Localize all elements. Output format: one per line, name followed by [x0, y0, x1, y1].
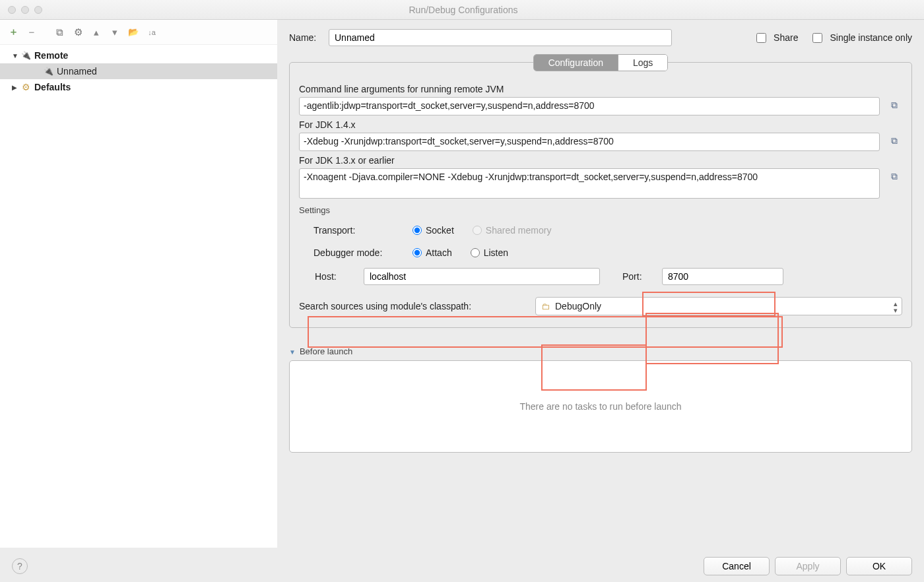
folder-button[interactable]: [127, 26, 140, 39]
remote-icon: [42, 67, 54, 76]
transport-shared-radio: Shared memory: [473, 225, 552, 236]
add-config-button[interactable]: [7, 26, 20, 39]
args-jdk14-label: For JDK 1.4.x: [299, 119, 902, 130]
ok-button[interactable]: OK: [846, 557, 912, 575]
gear-icon: [20, 82, 32, 92]
chevron-down-icon[interactable]: [289, 346, 296, 356]
remote-icon: [20, 51, 32, 60]
mode-listen-label: Listen: [484, 247, 508, 258]
window-controls[interactable]: [8, 6, 42, 14]
tree-node-label: Remote: [34, 50, 68, 61]
edit-config-button[interactable]: [71, 26, 84, 39]
host-field[interactable]: [364, 268, 600, 285]
tree-node-remote[interactable]: Remote: [0, 48, 277, 63]
args-jdk14-value[interactable]: -Xdebug -Xrunjdwp:transport=dt_socket,se…: [299, 133, 880, 151]
tab-logs[interactable]: Logs: [618, 55, 667, 71]
remove-config-button[interactable]: [25, 26, 38, 39]
copy-jdk13-button[interactable]: ⧉: [886, 168, 902, 184]
args-main-value[interactable]: -agentlib:jdwp=transport=dt_socket,serve…: [299, 97, 880, 115]
cancel-button[interactable]: Cancel: [704, 557, 770, 575]
before-launch-empty: There are no tasks to run before launch: [519, 401, 681, 412]
zoom-icon[interactable]: [34, 6, 42, 14]
transport-socket-label: Socket: [426, 225, 454, 236]
tree-node-label: Defaults: [34, 82, 71, 92]
mode-attach-radio[interactable]: Attach: [412, 247, 452, 258]
chevron-down-icon[interactable]: [12, 51, 20, 60]
copy-main-button[interactable]: ⧉: [886, 97, 902, 113]
host-label: Host:: [315, 271, 354, 282]
single-instance-checkbox[interactable]: [812, 33, 822, 43]
transport-socket-radio[interactable]: Socket: [412, 225, 454, 236]
transport-shared-label: Shared memory: [486, 225, 552, 236]
share-checkbox[interactable]: [756, 33, 766, 43]
apply-button[interactable]: Apply: [775, 557, 841, 575]
copy-jdk14-button[interactable]: ⧉: [886, 133, 902, 148]
module-icon: [541, 301, 550, 311]
settings-label: Settings: [299, 205, 902, 215]
port-field[interactable]: [662, 268, 783, 285]
args-main-label: Command line arguments for running remot…: [299, 84, 902, 94]
tree-node-defaults[interactable]: Defaults: [0, 79, 277, 95]
name-field[interactable]: [329, 29, 672, 46]
name-label: Name:: [289, 32, 329, 43]
sort-button[interactable]: [145, 26, 158, 39]
transport-label: Transport:: [314, 225, 412, 236]
tab-configuration[interactable]: Configuration: [534, 55, 618, 71]
minimize-icon[interactable]: [21, 6, 29, 14]
before-launch-label: Before launch: [300, 346, 352, 356]
args-jdk13-value[interactable]: -Xnoagent -Djava.compiler=NONE -Xdebug -…: [299, 168, 880, 199]
move-up-button[interactable]: [90, 26, 103, 39]
debugger-mode-label: Debugger mode:: [314, 247, 412, 258]
module-classpath-value: DebugOnly: [555, 301, 601, 311]
mode-attach-label: Attach: [426, 247, 452, 258]
chevron-right-icon[interactable]: [12, 82, 20, 92]
port-label: Port:: [622, 271, 653, 282]
before-launch-tasks[interactable]: There are no tasks to run before launch: [289, 360, 912, 453]
move-down-button[interactable]: [108, 26, 121, 39]
copy-config-button[interactable]: [53, 26, 66, 39]
args-jdk13-label: For JDK 1.3.x or earlier: [299, 155, 902, 166]
module-classpath-select[interactable]: DebugOnly ▴▾: [535, 297, 902, 315]
help-button[interactable]: ?: [12, 558, 28, 574]
tree-node-unnamed[interactable]: Unnamed: [0, 63, 277, 79]
tree-node-label: Unnamed: [57, 66, 97, 77]
share-label: Share: [774, 32, 798, 43]
module-classpath-label: Search sources using module's classpath:: [299, 301, 535, 311]
mode-listen-radio[interactable]: Listen: [471, 247, 508, 258]
single-instance-label: Single instance only: [830, 32, 912, 43]
config-tree[interactable]: Remote Unnamed Defaults: [0, 45, 277, 548]
close-icon[interactable]: [8, 6, 16, 14]
window-title: Run/Debug Configurations: [42, 5, 884, 15]
chevron-up-down-icon: ▴▾: [894, 300, 898, 313]
